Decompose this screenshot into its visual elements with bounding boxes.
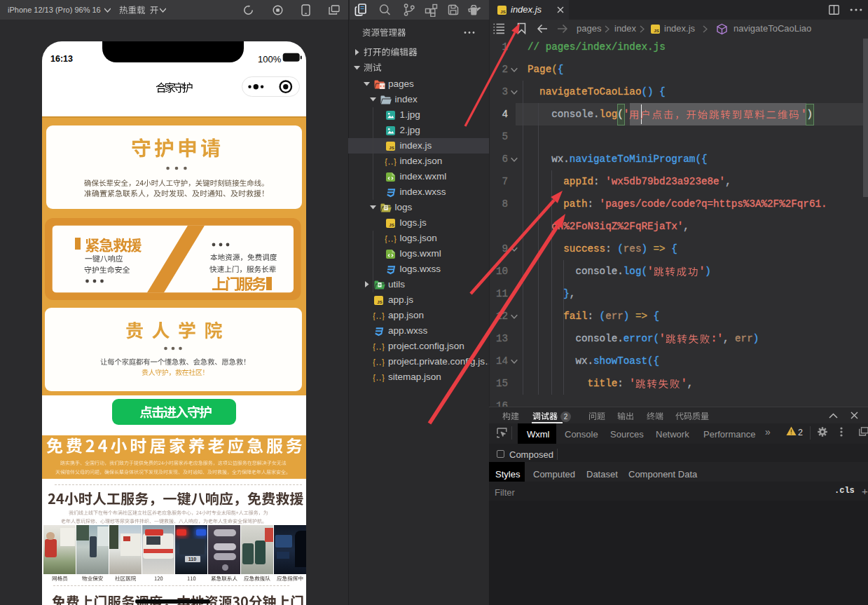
svg-text:{..}: {..} — [385, 158, 397, 167]
svg-text:{..}: {..} — [373, 358, 385, 367]
svg-text:{..}: {..} — [373, 374, 385, 383]
svg-text:JS: JS — [389, 145, 394, 150]
svg-text:JS: JS — [377, 299, 382, 304]
svg-text:{..}: {..} — [385, 235, 397, 244]
svg-text:JS: JS — [389, 222, 394, 227]
svg-text:JS: JS — [500, 9, 505, 14]
svg-text:{..}: {..} — [373, 312, 385, 321]
svg-text:{..}: {..} — [373, 343, 385, 352]
svg-text:JS: JS — [654, 28, 659, 33]
